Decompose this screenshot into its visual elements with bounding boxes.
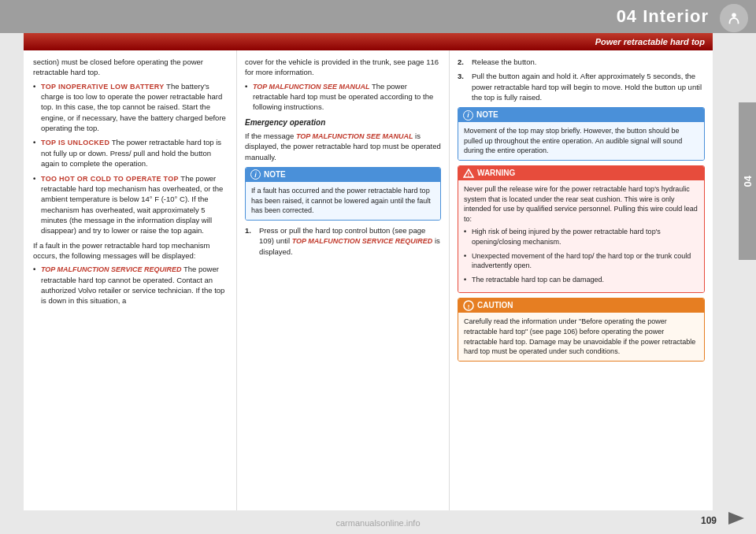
watermark-text: carmanualsonline.info (335, 518, 420, 528)
svg-text:!: ! (468, 172, 469, 177)
step2-num: 2. (458, 57, 469, 67)
warning-bullet-3-text: The retractable hard top can be damaged. (472, 275, 604, 285)
emergency-intro: If the message (245, 132, 294, 140)
bullet-low-battery: • TOP INOPERATIVE LOW BATTERY The batter… (33, 81, 228, 134)
step1-label: TOP MALFUNCTION SERVICE REQUIRED (292, 237, 433, 245)
right-note-body: Movement of the top may stop briefly. Ho… (458, 122, 704, 160)
step1-num: 1. (245, 225, 256, 257)
main-content: section) must be closed before operating… (24, 50, 713, 510)
svg-marker-5 (728, 512, 744, 525)
warning-bullet-1: • High risk of being injured by the powe… (464, 227, 699, 247)
service-required-label: TOP MALFUNCTION SERVICE REQUIRED (41, 265, 182, 273)
caution-body: Carefully read the information under "Be… (458, 313, 704, 360)
svg-text:!: ! (468, 303, 470, 310)
middle-column: cover for the vehicle is provided in the… (236, 50, 449, 510)
note-icon: i (250, 169, 261, 180)
step2-text: Release the button. (472, 57, 536, 67)
middle-note-body: If a fault has occurred and the power re… (246, 182, 440, 220)
bullet-see-manual: • TOP MALFUNCTION SEE MANUAL The power r… (245, 81, 441, 113)
warning-triangle-icon: ! (463, 169, 474, 178)
page-number: 109 (701, 515, 717, 526)
side-tab-label: 04 (742, 176, 754, 187)
svg-point-0 (732, 13, 736, 17)
caution-title: CAUTION (477, 300, 513, 311)
step3-text: Pull the button again and hold it. After… (472, 71, 705, 102)
warning-bullets: • High risk of being injured by the powe… (464, 227, 699, 284)
step-2: 2. Release the button. (458, 57, 705, 67)
bullet-service-required: • TOP MALFUNCTION SERVICE REQUIRED The p… (33, 264, 228, 306)
intro-text: section) must be closed before operating… (33, 57, 228, 78)
warning-title: WARNING (477, 168, 515, 179)
step3-num: 3. (458, 71, 469, 102)
step-3: 3. Pull the button again and hold it. Af… (458, 71, 705, 102)
middle-note-header: i NOTE (246, 168, 440, 182)
middle-note-title: NOTE (264, 169, 286, 180)
bullet-unlocked: • TOP IS UNLOCKED The power retractable … (33, 137, 228, 169)
emergency-heading: Emergency operation (245, 117, 441, 128)
right-note-header: i NOTE (458, 108, 704, 122)
fault-intro: If a fault in the power retractable hard… (33, 240, 228, 261)
right-column: 2. Release the button. 3. Pull the butto… (449, 50, 713, 510)
warning-header: ! WARNING (458, 166, 704, 180)
right-note-icon: i (463, 110, 473, 121)
header-title: 04 Interior (617, 6, 709, 27)
right-note-title: NOTE (476, 109, 498, 121)
caution-circle-icon: ! (463, 300, 474, 311)
see-manual-label: TOP MALFUNCTION SEE MANUAL (253, 83, 370, 91)
right-note-box: i NOTE Movement of the top may stop brie… (458, 107, 705, 161)
warning-bullet-3: • The retractable hard top can be damage… (464, 275, 699, 285)
emergency-label: TOP MALFUNCTION SEE MANUAL (296, 132, 413, 140)
too-hot-label: TOO HOT OR COLD TO OPERATE TOP (41, 175, 179, 183)
section-title: Power retractable hard top (595, 37, 705, 46)
too-hot-text: The power retractable hard top mechanism… (41, 174, 223, 235)
middle-note-box: i NOTE If a fault has occurred and the p… (245, 167, 441, 221)
left-column: section) must be closed before operating… (24, 50, 236, 510)
warning-bullet-2-text: Unexpected movement of the hard top/ the… (472, 251, 699, 271)
step-1: 1. Press or pull the hard top control bu… (245, 225, 441, 257)
emergency-body: If the message TOP MALFUNCTION SEE MANUA… (245, 131, 441, 162)
cont-text: cover for the vehicle is provided in the… (245, 57, 441, 78)
warning-bullet-1-text: High risk of being injured by the power … (472, 227, 699, 247)
warning-bullet-2: • Unexpected movement of the hard top/ t… (464, 251, 699, 271)
nav-arrow[interactable] (721, 510, 752, 526)
caution-header: ! CAUTION (458, 299, 704, 313)
low-battery-label: TOP INOPERATIVE LOW BATTERY (41, 83, 165, 91)
warning-box: ! WARNING Never pull the release wire fo… (458, 165, 705, 293)
bullet-too-hot: • TOO HOT OR COLD TO OPERATE TOP The pow… (33, 173, 228, 236)
caution-box: ! CAUTION Carefully read the information… (458, 298, 705, 361)
warning-body: Never pull the release wire for the powe… (458, 180, 704, 292)
header-bar: 04 Interior (0, 0, 756, 33)
warning-text: Never pull the release wire for the powe… (464, 184, 699, 224)
unlocked-label: TOP IS UNLOCKED (41, 139, 109, 146)
section-title-bar: Power retractable hard top (24, 33, 713, 50)
header-icon (720, 4, 748, 32)
side-tab: 04 (739, 102, 756, 260)
